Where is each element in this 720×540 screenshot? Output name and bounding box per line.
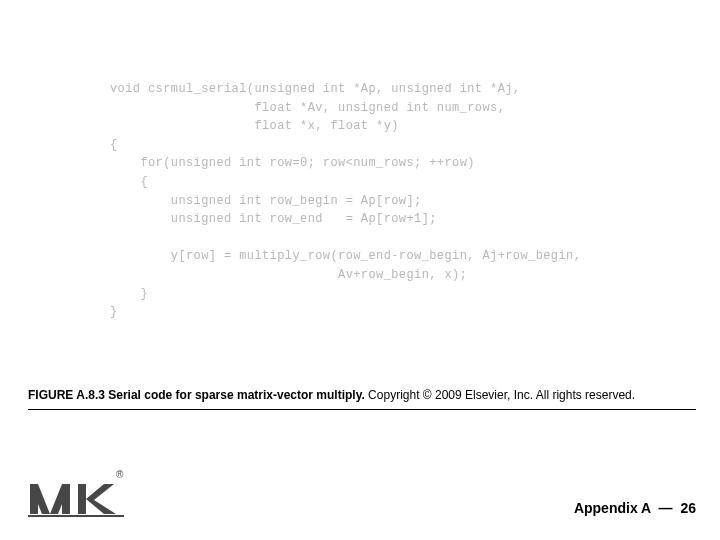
page-number: 26 [680, 500, 696, 516]
caption-underline [28, 409, 696, 410]
svg-marker-5 [86, 484, 116, 514]
footer-dash: — [659, 500, 673, 516]
figure-label: FIGURE A.8.3 Serial code for sparse matr… [28, 388, 365, 402]
svg-rect-3 [62, 484, 70, 514]
code-line: float *x, float *y) [110, 119, 399, 133]
code-line: float *Av, unsigned int num_rows, [110, 101, 505, 115]
code-line: } [110, 305, 118, 319]
code-line: for(unsigned int row=0; row<num_rows; ++… [110, 156, 475, 170]
code-line: y[row] = multiply_row(row_end-row_begin,… [110, 249, 581, 263]
code-line: { [110, 175, 148, 189]
publisher-logo: ® [28, 464, 124, 520]
appendix-label: Appendix A [574, 500, 651, 516]
code-line: void csrmul_serial(unsigned int *Ap, uns… [110, 82, 520, 96]
code-line: { [110, 138, 118, 152]
page-footer: Appendix A — 26 [574, 500, 696, 516]
code-line: unsigned int row_end = Ap[row+1]; [110, 212, 437, 226]
code-line: Av+row_begin, x); [110, 268, 467, 282]
figure-caption: FIGURE A.8.3 Serial code for sparse matr… [28, 388, 696, 402]
figure-copyright: Copyright © 2009 Elsevier, Inc. All righ… [365, 388, 635, 402]
registered-mark: ® [116, 469, 124, 480]
code-line: unsigned int row_begin = Ap[row]; [110, 194, 422, 208]
svg-rect-4 [78, 484, 86, 514]
code-line: } [110, 287, 148, 301]
code-listing: void csrmul_serial(unsigned int *Ap, uns… [110, 80, 581, 322]
